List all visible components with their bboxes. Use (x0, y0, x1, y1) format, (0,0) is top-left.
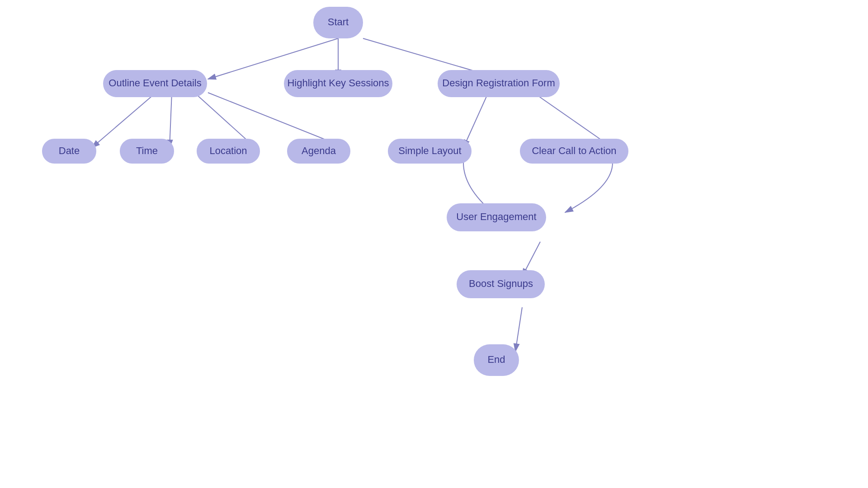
edge-boost-end (515, 307, 522, 352)
node-start-label: Start (328, 16, 349, 28)
node-date-label: Date (59, 145, 80, 156)
edge-outline-time (170, 93, 172, 148)
node-time-label: Time (136, 145, 158, 156)
node-highlight-label: Highlight Key Sessions (287, 77, 389, 89)
node-cta-label: Clear Call to Action (532, 145, 616, 156)
edge-design-simple (463, 93, 488, 148)
node-location-label: Location (209, 145, 247, 156)
node-design-label: Design Registration Form (442, 77, 555, 89)
node-boost-label: Boost Signups (469, 278, 533, 289)
node-agenda-label: Agenda (302, 145, 336, 156)
node-end-label: End (487, 354, 505, 365)
node-outline-label: Outline Event Details (108, 77, 201, 89)
node-simple-label: Simple Layout (398, 145, 461, 156)
flowchart-diagram: Start Outline Event Details Highlight Ke… (0, 0, 868, 488)
edge-cta-engagement (565, 163, 613, 212)
node-engagement-label: User Engagement (456, 211, 536, 222)
